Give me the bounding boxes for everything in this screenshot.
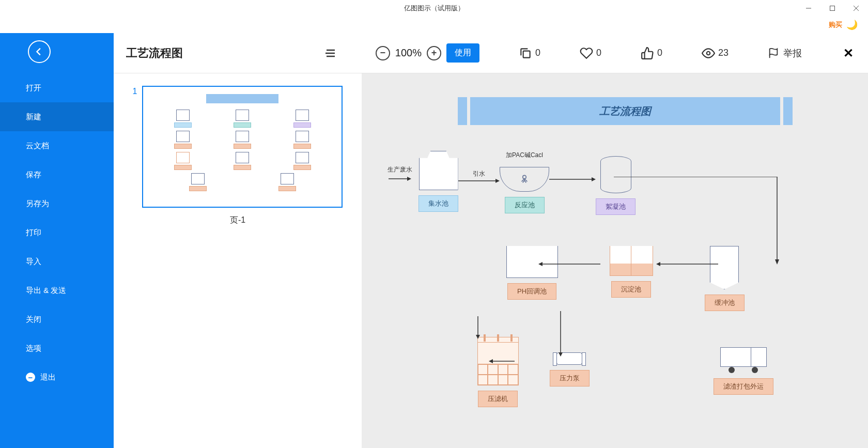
use-button[interactable]: 使用 [446, 43, 479, 63]
view-stat: 23 [702, 47, 729, 60]
node-truck: 滤渣打包外运 [714, 347, 773, 407]
svg-marker-13 [495, 179, 500, 183]
svg-point-8 [707, 51, 710, 55]
eye-icon [702, 47, 715, 60]
sidebar-item-close[interactable]: 关闭 [0, 305, 114, 334]
node-press: 压滤机 [477, 337, 519, 407]
svg-marker-22 [489, 359, 493, 363]
copy-icon [519, 47, 532, 60]
window-minimize[interactable] [797, 0, 820, 17]
node-react: 加PAC碱Cacl 反应池 [500, 151, 549, 213]
menu-icon[interactable] [324, 47, 336, 59]
window-title: 亿图图示（试用版） [404, 4, 464, 13]
node-pump: 压力泵 [550, 352, 590, 407]
sidebar-item-cloud[interactable]: 云文档 [0, 131, 114, 160]
panel-close-button[interactable]: ✕ [841, 46, 856, 60]
sidebar-item-open[interactable]: 打开 [0, 73, 114, 102]
copy-stat[interactable]: 0 [519, 47, 540, 60]
svg-rect-1 [830, 6, 835, 11]
buy-link[interactable]: 购买 [829, 20, 842, 29]
sidebar-item-saveas[interactable]: 另存为 [0, 189, 114, 218]
sidebar-item-print[interactable]: 打印 [0, 218, 114, 247]
svg-marker-20 [656, 262, 660, 266]
thumbsup-icon [641, 47, 654, 60]
sidebar-item-new[interactable]: 新建 [0, 102, 114, 131]
svg-marker-16 [592, 177, 596, 181]
svg-marker-18 [538, 262, 542, 266]
page-label: 页-1 [230, 215, 245, 226]
zoom-in-button[interactable]: + [427, 46, 441, 60]
node-ph: PH回调池 [506, 246, 558, 311]
zoom-value: 100% [395, 47, 422, 59]
doc-title: 工艺流程图 [126, 45, 183, 61]
flag-icon [768, 48, 779, 59]
page-thumbnail[interactable] [142, 86, 343, 208]
thumbnail-panel: 1 [114, 73, 362, 448]
sidebar-item-export[interactable]: 导出 & 发送 [0, 276, 114, 305]
diagram-title: 工艺流程图 [470, 97, 780, 125]
back-button[interactable] [28, 40, 51, 63]
toolbar: 工艺流程图 − 100% + 使用 0 0 0 [114, 33, 868, 73]
node-sed: 沉淀池 [610, 246, 653, 311]
sidebar-item-exit[interactable]: − 退出 [0, 363, 114, 392]
node-buf: 缓冲池 [705, 246, 745, 311]
theme-moon-icon[interactable]: 🌙 [846, 19, 858, 30]
heart-icon [580, 47, 593, 60]
svg-marker-11 [407, 177, 411, 181]
exit-icon: − [26, 373, 35, 382]
canvas[interactable]: 工艺流程图 生产废水 集水池 引水 [362, 73, 868, 448]
svg-marker-27 [476, 335, 480, 339]
zoom-out-button[interactable]: − [376, 46, 390, 60]
window-maximize[interactable] [820, 0, 844, 17]
node-tank: 集水池 [419, 151, 458, 212]
page-number: 1 [133, 87, 137, 96]
svg-rect-7 [523, 51, 530, 57]
sidebar-item-options[interactable]: 选项 [0, 334, 114, 363]
window-close[interactable] [844, 0, 868, 17]
thumb-stat[interactable]: 0 [641, 47, 662, 60]
sidebar-item-save[interactable]: 保存 [0, 160, 114, 189]
sidebar-item-import[interactable]: 导入 [0, 247, 114, 276]
sidebar: 打开 新建 云文档 保存 另存为 打印 导入 导出 & 发送 关闭 选项 − 退… [0, 33, 114, 448]
report-button[interactable]: 举报 [768, 47, 802, 59]
svg-marker-25 [559, 352, 563, 357]
like-stat[interactable]: 0 [580, 47, 601, 60]
inflow-arrow: 生产废水 [388, 165, 412, 181]
